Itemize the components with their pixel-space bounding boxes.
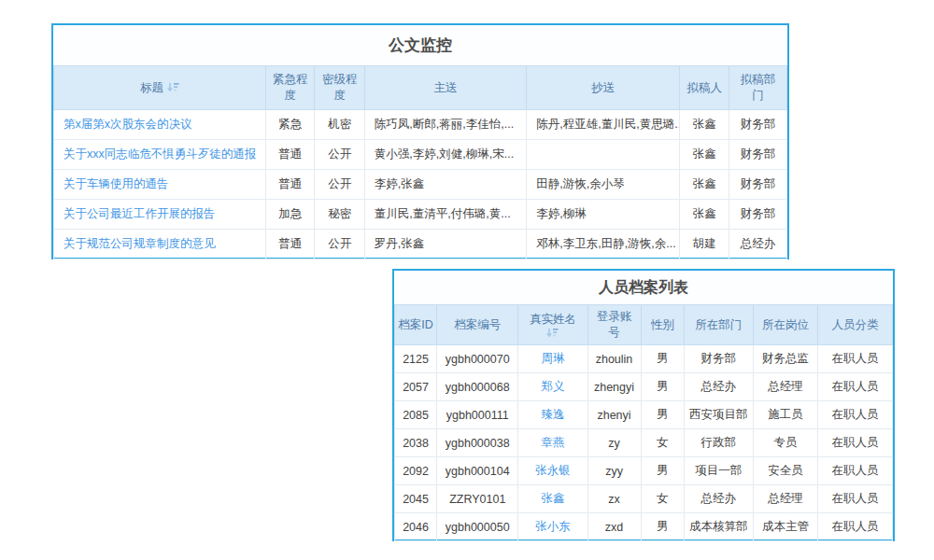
personnel-cell-gender: 女: [641, 429, 684, 457]
table-row: 关于公司最近工作开展的报告 加急 秘密 董川民,董清平,付伟璐,黄... 李婷,…: [54, 200, 787, 230]
doc-monitor-title: 公文监控: [54, 25, 787, 66]
personnel-cell-code: ygbh000111: [437, 401, 518, 429]
doc-cell-title: 关于车辆使用的通告: [54, 170, 266, 200]
doc-cell-to: 李婷,张鑫: [364, 170, 526, 200]
doc-cell-urgency: 普通: [265, 140, 315, 170]
personnel-cell-category: 在职人员: [817, 457, 892, 485]
table-row: 2046 ygbh000050 张小东 zxd 男 成本核算部 成本主管 在职人…: [395, 513, 893, 541]
personnel-cell-post: 成本主管: [753, 513, 817, 541]
doc-cell-secrecy: 公开: [315, 170, 364, 200]
personnel-cell-name: 郑义: [518, 373, 587, 401]
doc-cell-cc: 李婷,柳琳: [527, 200, 680, 230]
personnel-cell-account: zhenyi: [587, 401, 641, 429]
personnel-name-link[interactable]: 臻逸: [541, 408, 564, 421]
personnel-name-link[interactable]: 张永银: [535, 464, 571, 477]
doc-cell-secrecy: 机密: [315, 110, 364, 140]
doc-title-link[interactable]: 关于公司最近工作开展的报告: [64, 207, 216, 220]
personnel-col-id: 档案ID: [395, 305, 437, 345]
personnel-cell-dept: 项目一部: [684, 457, 753, 485]
doc-cell-title: 关于公司最近工作开展的报告: [54, 200, 266, 230]
table-row: 关于规范公司规章制度的意见 普通 公开 罗丹,张鑫 邓林,李卫东,田静,游恢,余…: [54, 230, 787, 259]
personnel-cell-id: 2085: [395, 401, 437, 429]
doc-cell-dept: 财务部: [729, 110, 786, 140]
personnel-cell-gender: 男: [641, 513, 684, 541]
doc-col-dept: 拟稿部门: [729, 66, 786, 110]
personnel-cell-code: ygbh000070: [437, 345, 518, 373]
personnel-cell-id: 2046: [395, 513, 437, 541]
sort-icon: [167, 82, 179, 92]
table-row: 2125 ygbh000070 周琳 zhoulin 男 财务部 财务总监 在职…: [395, 345, 893, 373]
doc-monitor-card: 公文监控 标题 紧急程度 密级程度 主送 抄送 拟稿人 拟稿部门 第x届第x次股…: [51, 23, 789, 259]
personnel-cell-post: 财务总监: [753, 345, 817, 373]
doc-cell-to: 陈巧凤,断郎,蒋丽,李佳怡,...: [364, 110, 526, 140]
doc-cell-drafter: 张鑫: [680, 200, 729, 230]
personnel-cell-code: ygbh000050: [437, 513, 518, 541]
personnel-cell-dept: 行政部: [684, 429, 753, 457]
doc-title-link[interactable]: 关于车辆使用的通告: [64, 177, 169, 190]
personnel-cell-dept: 总经办: [684, 373, 753, 401]
doc-col-drafter: 拟稿人: [680, 66, 729, 110]
table-row: 关于车辆使用的通告 普通 公开 李婷,张鑫 田静,游恢,余小琴 张鑫 财务部: [54, 170, 787, 200]
personnel-cell-post: 安全员: [753, 457, 817, 485]
personnel-col-account: 登录账号: [587, 305, 641, 345]
doc-cell-dept: 财务部: [729, 200, 786, 230]
doc-cell-urgency: 加急: [265, 200, 315, 230]
personnel-cell-post: 总经理: [753, 373, 817, 401]
personnel-name-link[interactable]: 章燕: [541, 436, 564, 449]
personnel-name-link[interactable]: 周琳: [541, 352, 564, 365]
personnel-cell-account: zhoulin: [587, 345, 641, 373]
personnel-cell-name: 周琳: [518, 345, 587, 373]
personnel-cell-dept: 财务部: [684, 345, 753, 373]
doc-monitor-table: 公文监控 标题 紧急程度 密级程度 主送 抄送 拟稿人 拟稿部门 第x届第x次股…: [53, 25, 787, 259]
table-row: 关于xxx同志临危不惧勇斗歹徒的通报 普通 公开 黄小强,李婷,刘健,柳琳,宋.…: [54, 140, 787, 170]
table-row: 2057 ygbh000068 郑义 zhengyi 男 总经办 总经理 在职人…: [395, 373, 893, 401]
doc-title-link[interactable]: 第x届第x次股东会的决议: [64, 118, 192, 131]
doc-cell-urgency: 紧急: [265, 110, 315, 140]
sort-icon: [546, 328, 559, 338]
personnel-cell-account: zhengyi: [587, 373, 641, 401]
personnel-cell-code: ygbh000038: [437, 429, 518, 457]
personnel-cell-category: 在职人员: [817, 485, 892, 513]
personnel-cell-category: 在职人员: [817, 513, 892, 541]
personnel-cell-post: 专员: [753, 429, 817, 457]
personnel-cell-gender: 男: [641, 373, 684, 401]
doc-cell-secrecy: 公开: [315, 140, 364, 170]
personnel-cell-category: 在职人员: [817, 401, 892, 429]
personnel-name-link[interactable]: 张鑫: [541, 492, 564, 505]
doc-col-cc: 抄送: [527, 66, 680, 110]
doc-cell-dept: 财务部: [729, 140, 786, 170]
doc-title-link[interactable]: 关于xxx同志临危不惧勇斗歹徒的通报: [64, 147, 256, 161]
personnel-cell-code: ZZRY0101: [437, 485, 518, 513]
personnel-cell-id: 2057: [395, 373, 437, 401]
personnel-cell-account: zxd: [587, 513, 641, 541]
doc-col-urgency: 紧急程度: [265, 66, 315, 110]
personnel-cell-name: 张永银: [518, 457, 587, 485]
personnel-cell-dept: 成本核算部: [684, 513, 753, 541]
table-row: 2085 ygbh000111 臻逸 zhenyi 男 西安项目部 施工员 在职…: [395, 401, 893, 429]
personnel-cell-account: zx: [587, 485, 641, 513]
table-row: 第x届第x次股东会的决议 紧急 机密 陈巧凤,断郎,蒋丽,李佳怡,... 陈丹,…: [54, 110, 787, 140]
doc-cell-title: 关于规范公司规章制度的意见: [54, 230, 266, 259]
doc-cell-drafter: 胡建: [680, 230, 729, 259]
personnel-cell-name: 章燕: [518, 429, 587, 457]
personnel-cell-dept: 西安项目部: [684, 401, 753, 429]
doc-col-title[interactable]: 标题: [54, 66, 266, 110]
doc-cell-dept: 财务部: [729, 170, 786, 200]
doc-cell-cc: 田静,游恢,余小琴: [527, 170, 680, 200]
personnel-name-link[interactable]: 张小东: [535, 520, 571, 533]
personnel-cell-gender: 男: [641, 345, 684, 373]
doc-cell-drafter: 张鑫: [680, 170, 729, 200]
doc-cell-drafter: 张鑫: [680, 140, 729, 170]
doc-cell-secrecy: 秘密: [315, 200, 364, 230]
doc-cell-dept: 总经办: [729, 230, 786, 259]
personnel-col-dept: 所在部门: [684, 305, 753, 345]
personnel-cell-code: ygbh000104: [437, 457, 518, 485]
personnel-name-link[interactable]: 郑义: [541, 380, 564, 393]
personnel-archive-title: 人员档案列表: [395, 271, 893, 305]
table-row: 2092 ygbh000104 张永银 zyy 男 项目一部 安全员 在职人员: [395, 457, 893, 485]
personnel-col-name[interactable]: 真实姓名: [518, 305, 587, 345]
personnel-col-code: 档案编号: [437, 305, 518, 345]
doc-title-link[interactable]: 关于规范公司规章制度的意见: [64, 237, 216, 250]
doc-cell-to: 董川民,董清平,付伟璐,黄...: [364, 200, 526, 230]
doc-cell-drafter: 张鑫: [680, 110, 729, 140]
